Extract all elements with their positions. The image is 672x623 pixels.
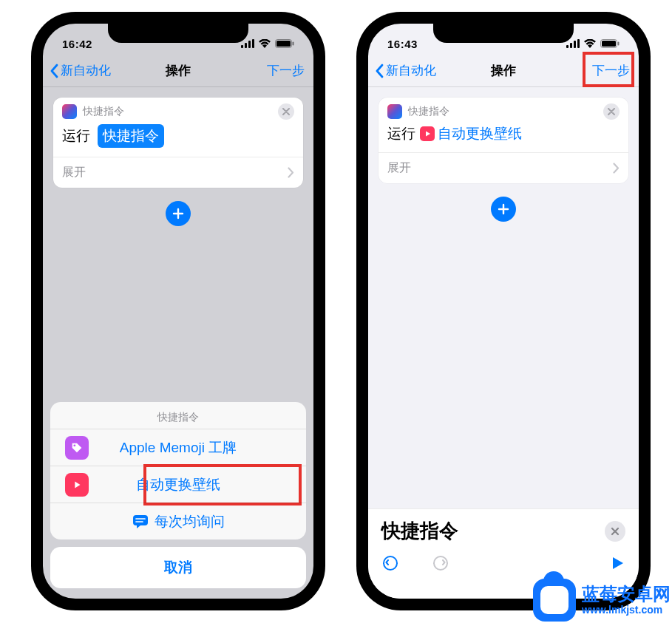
svg-rect-12 <box>577 39 580 48</box>
nav-back-button[interactable]: 新自动化 <box>374 62 436 79</box>
svg-rect-10 <box>570 43 572 48</box>
shortcut-app-label: 快捷指令 <box>83 105 124 118</box>
expand-label: 展开 <box>62 165 86 180</box>
shortcut-picker-sheet: 快捷指令 Apple Memoji 工牌 自动更换壁纸 <box>50 402 306 588</box>
plus-icon <box>172 208 184 219</box>
chat-icon <box>132 514 149 529</box>
nav-back-label: 新自动化 <box>386 62 436 79</box>
shortcuts-app-icon <box>387 104 402 119</box>
nav-back-label: 新自动化 <box>61 62 111 79</box>
notch <box>108 24 248 43</box>
svg-rect-14 <box>602 41 616 47</box>
action-description: 运行 自动更换壁纸 <box>379 123 628 152</box>
notch <box>433 24 574 43</box>
svg-rect-0 <box>241 45 243 48</box>
annotation-red-box <box>583 52 634 87</box>
picker-item-label: Apple Memoji 工牌 <box>120 438 237 457</box>
wifi-icon <box>259 39 271 48</box>
chevron-left-icon <box>49 64 59 78</box>
battery-icon <box>600 39 620 48</box>
svg-rect-9 <box>566 45 569 48</box>
svg-rect-6 <box>293 42 294 46</box>
action-card: 快捷指令 运行 快捷指令 展开 <box>53 98 303 188</box>
screen: 16:43 新自动化 操作 下一步 快捷指令 <box>368 24 639 599</box>
content-area: 快捷指令 运行 自动更换壁纸 <box>368 87 639 232</box>
screen: 16:42 新自动化 操作 下一步 快捷指令 <box>43 24 313 599</box>
ask-each-label: 每次均询问 <box>155 512 225 531</box>
nav-title: 操作 <box>166 62 191 79</box>
nav-title: 操作 <box>491 62 516 79</box>
svg-rect-1 <box>245 43 247 48</box>
status-time: 16:43 <box>387 38 418 50</box>
tag-icon <box>65 436 89 460</box>
svg-rect-8 <box>133 515 148 525</box>
nav-bar: 新自动化 操作 下一步 <box>43 56 313 87</box>
status-icons <box>566 39 620 48</box>
add-action-button[interactable] <box>491 197 516 222</box>
shortcut-param-slot[interactable]: 快捷指令 <box>98 124 164 148</box>
svg-rect-2 <box>248 41 251 48</box>
remove-action-button[interactable] <box>278 103 294 120</box>
content-area: 快捷指令 运行 快捷指令 展开 <box>43 87 313 236</box>
svg-rect-3 <box>252 39 254 48</box>
wifi-icon <box>584 39 596 48</box>
status-time: 16:42 <box>62 38 92 50</box>
run-prefix: 运行 <box>387 124 415 143</box>
expand-label: 展开 <box>387 160 411 176</box>
annotation-red-box <box>143 464 302 505</box>
chevron-right-icon <box>613 163 620 174</box>
chevron-right-icon <box>288 167 294 178</box>
shortcut-param-value[interactable]: 自动更换壁纸 <box>420 124 522 143</box>
nav-next-button[interactable]: 下一步 <box>267 62 305 79</box>
signal-icon <box>566 39 580 48</box>
phone-mockup-left: 16:42 新自动化 操作 下一步 快捷指令 <box>31 12 325 610</box>
play-icon <box>420 126 435 141</box>
signal-icon <box>241 39 254 48</box>
svg-point-7 <box>73 444 75 446</box>
expand-button[interactable]: 展开 <box>53 157 303 188</box>
watermark-logo-icon <box>533 579 576 622</box>
redo-button[interactable] <box>432 554 449 575</box>
status-icons <box>241 39 294 48</box>
picker-ask-each-time[interactable]: 每次均询问 <box>50 503 306 539</box>
svg-point-16 <box>384 556 397 570</box>
watermark-title: 蓝莓安卓网 <box>582 585 671 604</box>
plus-icon <box>498 203 509 215</box>
expand-button[interactable]: 展开 <box>379 153 628 183</box>
remove-action-button[interactable] <box>603 103 620 120</box>
shortcuts-app-icon <box>62 104 77 119</box>
add-action-button[interactable] <box>166 201 191 226</box>
svg-point-17 <box>434 556 447 570</box>
shortcut-param-label: 自动更换壁纸 <box>438 124 522 143</box>
action-description: 运行 快捷指令 <box>53 123 303 157</box>
close-panel-button[interactable] <box>605 521 625 542</box>
watermark-url: www.lmkjst.com <box>582 605 671 616</box>
phone-mockup-right: 16:43 新自动化 操作 下一步 快捷指令 <box>356 12 651 610</box>
picker-item-apple-memoji[interactable]: Apple Memoji 工牌 <box>50 429 306 466</box>
picker-header: 快捷指令 <box>50 402 306 429</box>
play-icon <box>65 473 89 497</box>
undo-button[interactable] <box>381 554 399 575</box>
panel-title: 快捷指令 <box>381 518 458 544</box>
picker-cancel-button[interactable]: 取消 <box>50 547 306 588</box>
battery-icon <box>275 39 294 48</box>
chevron-left-icon <box>374 64 384 78</box>
shortcut-app-label: 快捷指令 <box>408 105 449 118</box>
action-card: 快捷指令 运行 自动更换壁纸 <box>379 98 628 183</box>
nav-back-button[interactable]: 新自动化 <box>49 62 111 79</box>
run-prefix: 运行 <box>62 126 90 146</box>
picker-item-auto-wallpaper[interactable]: 自动更换壁纸 <box>50 466 306 503</box>
watermark: 蓝莓安卓网 www.lmkjst.com <box>533 579 671 622</box>
svg-rect-15 <box>618 42 620 46</box>
svg-rect-5 <box>276 41 291 47</box>
run-button[interactable] <box>609 555 625 574</box>
svg-rect-11 <box>574 41 576 48</box>
